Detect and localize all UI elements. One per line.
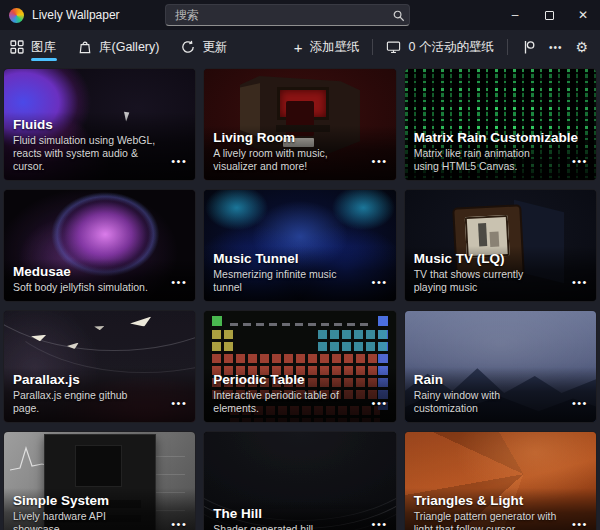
more-options-button[interactable]: ••• — [549, 42, 563, 53]
maximize-button[interactable] — [532, 0, 566, 30]
card-title: Periodic Table — [213, 372, 386, 387]
card-description: A lively room with music, visualizer and… — [213, 147, 386, 173]
card-more-button[interactable]: ••• — [372, 397, 388, 409]
plus-icon: + — [294, 40, 303, 55]
tab-updates[interactable]: 更新 — [181, 30, 227, 64]
arc-line — [3, 310, 196, 373]
card-overlay: Simple System Lively hardware API showca… — [4, 488, 195, 530]
card-description: Mesmerizing infinite music tunnel — [213, 268, 386, 294]
card-overlay: Parallax.js Parallax.js engine github pa… — [4, 367, 195, 422]
card-overlay: Living Room A lively room with music, vi… — [204, 125, 395, 180]
toolbar-separator — [372, 39, 373, 55]
card-title: Music TV (LQ) — [414, 251, 587, 266]
card-title: Triangles & Light — [414, 493, 587, 508]
card-more-button[interactable]: ••• — [372, 276, 388, 288]
card-more-button[interactable]: ••• — [572, 518, 588, 530]
wallpaper-card[interactable]: Periodic Table Interactive periodic tabl… — [203, 310, 396, 423]
card-description: Fluid simulation using WebGL, reacts wit… — [13, 134, 186, 173]
grid-icon — [10, 40, 24, 54]
card-more-button[interactable]: ••• — [372, 155, 388, 167]
card-overlay: Fluids Fluid simulation using WebGL, rea… — [4, 112, 195, 180]
wallpaper-card[interactable]: Triangles & Light Triangle pattern gener… — [404, 431, 597, 530]
active-wallpapers-button[interactable]: 0 个活动的壁纸 — [386, 39, 493, 56]
close-icon: ✕ — [578, 8, 588, 22]
card-description: Lively hardware API showcase. — [13, 510, 186, 530]
card-title: Medusae — [13, 264, 186, 279]
wallpaper-card[interactable]: Matrix Rain Customizable Matrix like rai… — [404, 68, 597, 181]
wallpaper-grid: Fluids Fluid simulation using WebGL, rea… — [0, 64, 600, 530]
card-title: Matrix Rain Customizable — [414, 130, 587, 145]
search-box[interactable] — [165, 4, 410, 26]
card-description: Interactive periodic table of elements. — [213, 389, 386, 415]
active-tab-indicator — [31, 58, 57, 61]
wallpaper-card[interactable]: The Hill Shader generated hill. ••• — [203, 431, 396, 530]
card-title: Living Room — [213, 130, 386, 145]
add-wallpaper-label: 添加壁纸 — [309, 39, 359, 56]
minimize-icon: – — [512, 8, 519, 22]
card-more-button[interactable]: ••• — [572, 397, 588, 409]
card-more-button[interactable]: ••• — [572, 276, 588, 288]
tab-gallery-store[interactable]: 库(Gallery) — [78, 30, 159, 64]
card-description: Matrix like rain animation using HTML5 C… — [414, 147, 587, 173]
card-title: Music Tunnel — [213, 251, 386, 266]
wallpaper-card[interactable]: Simple System Lively hardware API showca… — [3, 431, 196, 530]
card-title: Rain — [414, 372, 587, 387]
card-description: TV that shows currently playing music — [414, 268, 587, 294]
app-logo-icon — [9, 8, 24, 23]
card-title: Simple System — [13, 493, 186, 508]
close-button[interactable]: ✕ — [566, 0, 600, 30]
tab-library-label: 图库 — [31, 39, 56, 56]
card-title: Fluids — [13, 117, 186, 132]
titlebar: Lively Wallpaper – ✕ — [0, 0, 600, 30]
refresh-icon — [181, 40, 195, 54]
card-overlay: Rain Rainy window with customization — [405, 367, 596, 422]
window-controls: – ✕ — [498, 0, 600, 30]
card-title: The Hill — [213, 506, 386, 521]
wallpaper-card[interactable]: Living Room A lively room with music, vi… — [203, 68, 396, 181]
tab-gallery-store-label: 库(Gallery) — [99, 39, 159, 56]
card-more-button[interactable]: ••• — [372, 518, 388, 530]
add-wallpaper-button[interactable]: + 添加壁纸 — [294, 39, 360, 56]
ellipsis-icon: ••• — [549, 42, 563, 53]
card-more-button[interactable]: ••• — [171, 276, 187, 288]
card-overlay: Music TV (LQ) TV that shows currently pl… — [405, 246, 596, 301]
minimize-button[interactable]: – — [498, 0, 532, 30]
wallpaper-card[interactable]: Medusae Soft body jellyfish simulation. … — [3, 189, 196, 302]
maximize-icon — [545, 11, 554, 20]
card-description: Triangle pattern generator with light th… — [414, 510, 587, 530]
wallpaper-card[interactable]: Parallax.js Parallax.js engine github pa… — [3, 310, 196, 423]
settings-button[interactable]: ⚙ — [575, 39, 588, 55]
tab-library[interactable]: 图库 — [10, 30, 56, 64]
card-description: Rainy window with customization — [414, 389, 587, 415]
wallpaper-card[interactable]: Music Tunnel Mesmerizing infinite music … — [203, 189, 396, 302]
gear-icon: ⚙ — [575, 39, 588, 55]
flag-icon — [521, 39, 536, 55]
card-more-button[interactable]: ••• — [171, 397, 187, 409]
search-icon — [387, 9, 409, 22]
report-flag-button[interactable] — [521, 39, 536, 55]
card-more-button[interactable]: ••• — [572, 155, 588, 167]
card-description: Shader generated hill. — [213, 523, 386, 530]
search-input[interactable] — [166, 8, 387, 22]
card-overlay: The Hill Shader generated hill. — [204, 501, 395, 530]
card-more-button[interactable]: ••• — [171, 518, 187, 530]
card-overlay: Music Tunnel Mesmerizing infinite music … — [204, 246, 395, 301]
app-title: Lively Wallpaper — [32, 8, 120, 22]
active-wallpapers-label: 0 个活动的壁纸 — [408, 39, 493, 56]
wallpaper-card[interactable]: Rain Rainy window with customization ••• — [404, 310, 597, 423]
wallpaper-card[interactable]: Music TV (LQ) TV that shows currently pl… — [404, 189, 597, 302]
toolbar-separator — [507, 39, 508, 55]
bag-icon — [78, 40, 92, 54]
toolbar: 图库 库(Gallery) 更新 + 添加壁纸 0 个活动的壁纸 — [0, 30, 600, 64]
card-overlay: Matrix Rain Customizable Matrix like rai… — [405, 125, 596, 180]
tab-updates-label: 更新 — [202, 39, 227, 56]
monitor-icon — [386, 40, 401, 54]
card-title: Parallax.js — [13, 372, 186, 387]
card-overlay: Triangles & Light Triangle pattern gener… — [405, 488, 596, 530]
card-overlay: Periodic Table Interactive periodic tabl… — [204, 367, 395, 422]
card-overlay: Medusae Soft body jellyfish simulation. — [4, 259, 195, 301]
card-description: Parallax.js engine github page. — [13, 389, 186, 415]
card-more-button[interactable]: ••• — [171, 155, 187, 167]
wallpaper-card[interactable]: Fluids Fluid simulation using WebGL, rea… — [3, 68, 196, 181]
card-description: Soft body jellyfish simulation. — [13, 281, 186, 294]
